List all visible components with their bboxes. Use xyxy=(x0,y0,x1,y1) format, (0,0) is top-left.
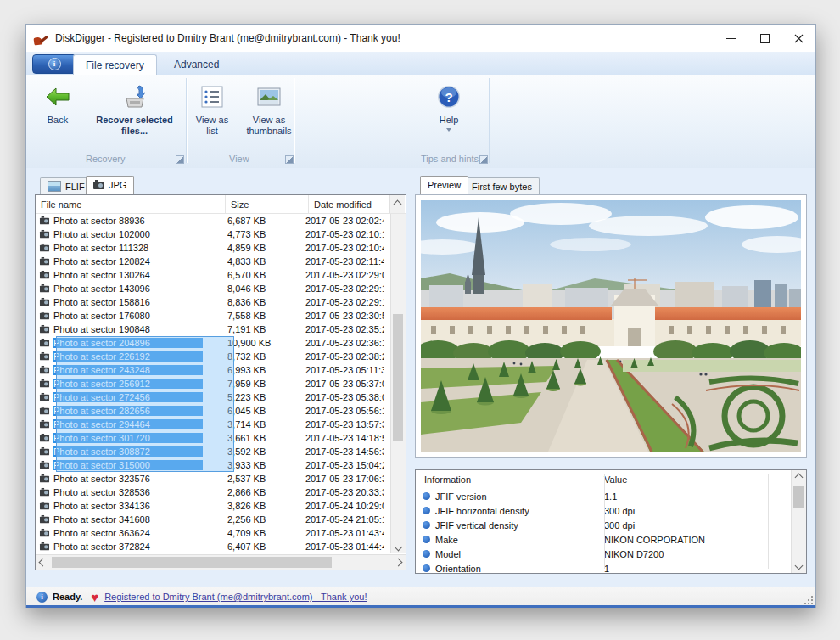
resize-grip[interactable] xyxy=(803,594,813,604)
metadata-scrollbar[interactable] xyxy=(791,470,806,573)
camera-file-icon xyxy=(40,380,49,387)
camera-file-icon xyxy=(40,340,49,346)
camera-file-icon xyxy=(40,299,49,306)
metadata-row[interactable]: JFIF version1.1 xyxy=(416,489,806,503)
file-row[interactable]: Photo at sector 1588168,836 KB2017-05-23… xyxy=(36,295,391,309)
file-row[interactable]: Photo at sector 1113284,859 KB2017-05-23… xyxy=(36,241,391,255)
file-list: File name Size Date modified Photo at se… xyxy=(35,194,406,570)
file-name: Photo at sector 158816 xyxy=(53,297,222,307)
preview-image xyxy=(421,200,801,452)
scroll-right-button[interactable] xyxy=(391,555,406,570)
tab-first-few-bytes[interactable]: First few bytes xyxy=(464,177,540,194)
diskdigger-shovel-icon xyxy=(34,32,48,45)
column-date-modified[interactable]: Date modified xyxy=(309,195,389,213)
metadata-value: NIKON CORPORATION xyxy=(604,535,774,545)
column-file-name[interactable]: File name xyxy=(36,195,226,213)
file-date-modified: 2017-05-23 02:35:28 xyxy=(305,324,384,334)
maximize-icon xyxy=(760,34,770,43)
camera-file-icon xyxy=(40,312,49,319)
column-divider xyxy=(768,474,769,569)
view-dialog-launcher[interactable] xyxy=(285,155,294,164)
title-bar[interactable]: DiskDigger - Registered to Dmitry Brant … xyxy=(26,25,815,52)
file-row[interactable]: Photo at sector 3636244,709 KB2017-05-23… xyxy=(36,526,391,540)
metadata-row[interactable]: Orientation1 xyxy=(416,561,806,574)
file-size: 10,900 KB xyxy=(222,338,305,348)
file-date-modified: 2017-05-23 02:29:12 xyxy=(305,284,384,294)
tab-flif[interactable]: FLIF xyxy=(40,177,92,194)
file-row[interactable]: Photo at sector 1430968,046 KB2017-05-23… xyxy=(36,282,391,295)
tab-preview[interactable]: Preview xyxy=(420,176,468,194)
camera-icon xyxy=(93,182,104,189)
metadata-row[interactable]: MakeNIKON CORPORATION xyxy=(416,532,806,547)
file-row[interactable]: Photo at sector 3728246,407 KB2017-05-23… xyxy=(36,540,391,553)
column-information[interactable]: Information xyxy=(416,474,604,485)
tips-dialog-launcher[interactable] xyxy=(479,155,488,164)
ribbon-group-divider xyxy=(186,78,187,163)
back-button[interactable]: Back xyxy=(38,83,77,126)
vertical-scroll-thumb[interactable] xyxy=(393,314,403,441)
file-row[interactable]: Photo at sector 1760807,558 KB2017-05-23… xyxy=(36,309,391,323)
file-row[interactable]: Photo at sector 3416082,256 KB2017-05-24… xyxy=(36,513,391,526)
view-as-thumbnails-button[interactable]: View as thumbnails xyxy=(238,83,300,137)
file-name: Photo at sector 363624 xyxy=(53,528,222,538)
file-row[interactable]: Photo at sector 1020004,773 KB2017-05-23… xyxy=(36,227,391,241)
metadata-row[interactable]: JFIF vertical density300 dpi xyxy=(416,518,806,532)
tab-file-recovery[interactable]: File recovery xyxy=(73,54,157,76)
column-value[interactable]: Value xyxy=(604,474,768,485)
tab-advanced[interactable]: Advanced xyxy=(162,54,231,75)
metadata-scroll-thumb[interactable] xyxy=(793,486,804,508)
column-size[interactable]: Size xyxy=(226,195,309,213)
vertical-scrollbar[interactable] xyxy=(390,214,406,553)
recovery-dialog-launcher[interactable] xyxy=(176,155,184,164)
chevron-up-icon xyxy=(394,200,402,209)
metadata-label: JFIF horizontal density xyxy=(435,506,604,516)
bullet-icon xyxy=(423,521,430,529)
camera-file-icon xyxy=(40,489,49,496)
maximize-button[interactable] xyxy=(748,25,781,52)
file-size: 7,191 KB xyxy=(222,324,305,334)
file-row[interactable]: Photo at sector 1208244,833 KB2017-05-23… xyxy=(36,255,391,268)
file-row[interactable]: Photo at sector 889366,687 KB2017-05-23 … xyxy=(36,214,391,227)
metadata-row[interactable]: ModelNIKON D7200 xyxy=(416,547,806,561)
horizontal-scrollbar[interactable] xyxy=(36,554,406,570)
file-row[interactable]: Photo at sector 3235762,537 KB2017-05-23… xyxy=(36,472,391,486)
file-size: 3,826 KB xyxy=(222,501,305,511)
file-name: Photo at sector 323576 xyxy=(53,474,222,484)
file-date-modified: 2017-05-23 02:11:43 xyxy=(305,256,384,267)
bullet-icon xyxy=(423,536,430,543)
scroll-left-button[interactable] xyxy=(36,555,50,570)
close-button[interactable] xyxy=(781,25,815,52)
camera-file-icon xyxy=(40,421,49,428)
horizontal-scroll-thumb[interactable] xyxy=(52,557,332,568)
file-size: 4,773 KB xyxy=(222,229,305,239)
metadata-label: Make xyxy=(435,535,604,545)
file-size: 6,045 KB xyxy=(222,406,305,416)
file-date-modified: 2017-05-23 02:38:21 xyxy=(305,351,384,362)
view-as-list-button[interactable]: View as list xyxy=(189,83,235,137)
app-menu-button[interactable]: i xyxy=(32,54,76,74)
file-row[interactable]: Photo at sector 3285362,866 KB2017-05-23… xyxy=(36,486,391,499)
file-row[interactable]: Photo at sector 1908487,191 KB2017-05-23… xyxy=(36,323,391,336)
file-row[interactable]: Photo at sector 3341363,826 KB2017-05-24… xyxy=(36,499,391,513)
selection-marquee xyxy=(56,336,234,472)
camera-file-icon xyxy=(40,435,49,441)
metadata-row[interactable]: JFIF horizontal density300 dpi xyxy=(416,503,806,518)
file-date-modified: 2017-05-23 20:33:32 xyxy=(305,487,384,497)
file-date-modified: 2017-05-23 17:06:35 xyxy=(305,474,384,484)
minimize-icon xyxy=(726,38,736,39)
registration-link[interactable]: Registered to Dmitry Brant (me@dmitrybra… xyxy=(104,592,367,602)
recover-selected-files-button[interactable]: Recover selected files... xyxy=(90,83,179,137)
file-row[interactable]: Photo at sector 1302646,570 KB2017-05-23… xyxy=(36,268,391,282)
help-button[interactable]: ? Help xyxy=(423,83,474,132)
scroll-up-button[interactable] xyxy=(389,195,405,213)
chevron-right-icon xyxy=(395,559,403,567)
tab-jpg[interactable]: JPG xyxy=(86,176,134,194)
minimize-button[interactable] xyxy=(714,25,748,52)
file-size: 2,866 KB xyxy=(222,487,305,497)
file-date-modified: 2017-05-23 05:38:09 xyxy=(305,392,384,402)
file-size: 3,661 KB xyxy=(222,433,305,443)
bullet-icon xyxy=(423,492,430,500)
help-dropdown-arrow-icon xyxy=(446,128,451,132)
camera-file-icon xyxy=(40,231,49,238)
file-size: 3,714 KB xyxy=(222,419,305,429)
